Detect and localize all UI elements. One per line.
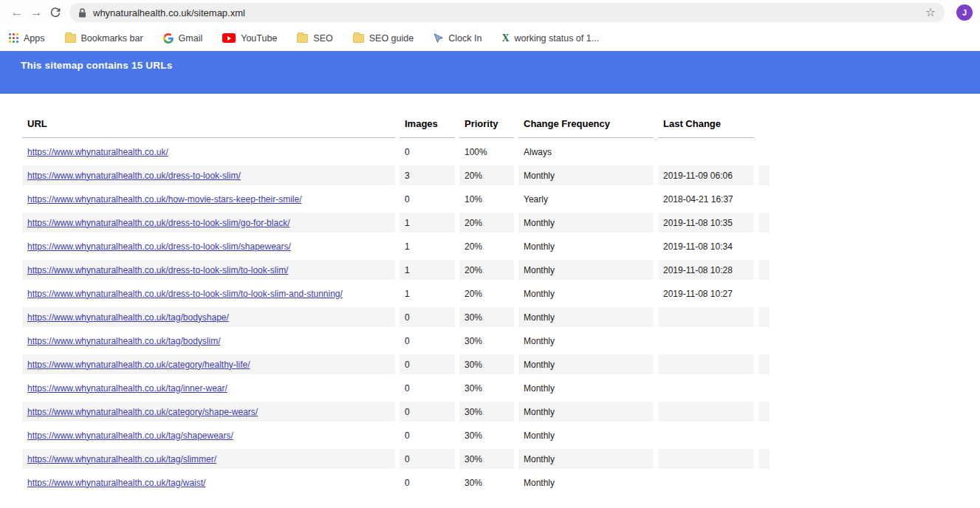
images-cell: 3 <box>400 165 455 185</box>
sitemap-url-link[interactable]: https://www.whynaturalhealth.co.uk/tag/b… <box>27 336 220 346</box>
sitemap-url-link[interactable]: https://www.whynaturalhealth.co.uk/ <box>27 147 168 157</box>
sitemap-url-link[interactable]: https://www.whynaturalhealth.co.uk/categ… <box>27 407 258 417</box>
sitemap-url-link[interactable]: https://www.whynaturalhealth.co.uk/dress… <box>27 289 343 299</box>
sitemap-url-link[interactable]: https://www.whynaturalhealth.co.uk/dress… <box>27 171 241 181</box>
images-cell: 1 <box>400 213 455 233</box>
url-cell: https://www.whynaturalhealth.co.uk/categ… <box>22 354 395 374</box>
last-change-cell <box>658 354 754 374</box>
priority-cell: 20% <box>459 213 514 233</box>
bookmark-working-status[interactable]: X working status of 1... <box>501 32 599 44</box>
table-row: https://www.whynaturalhealth.co.uk/dress… <box>22 260 770 280</box>
images-cell: 0 <box>400 449 455 469</box>
priority-cell: 30% <box>459 378 514 398</box>
images-cell: 0 <box>400 307 455 327</box>
last-change-cell: 2019-11-08 10:35 <box>658 213 754 233</box>
apps-grid-icon <box>9 33 18 43</box>
spacer-cell <box>758 284 770 303</box>
table-row: https://www.whynaturalhealth.co.uk/how-m… <box>22 189 770 209</box>
forward-icon[interactable]: → <box>27 3 46 22</box>
reload-icon[interactable] <box>46 3 65 22</box>
sitemap-url-link[interactable]: https://www.whynaturalhealth.co.uk/tag/s… <box>27 430 233 441</box>
bookmark-youtube[interactable]: YouTube <box>222 33 277 44</box>
sitemap-url-link[interactable]: https://www.whynaturalhealth.co.uk/dress… <box>27 265 288 275</box>
url-cell: https://www.whynaturalhealth.co.uk/dress… <box>22 260 395 280</box>
change-frequency-cell: Monthly <box>518 165 654 185</box>
last-change-cell: 2019-11-08 10:28 <box>658 260 754 280</box>
bookmark-clock-in[interactable]: Clock In <box>434 33 482 44</box>
last-change-cell <box>658 449 754 469</box>
sitemap-url-link[interactable]: https://www.whynaturalhealth.co.uk/dress… <box>27 241 291 252</box>
images-cell: 0 <box>400 402 455 422</box>
bookmark-label: YouTube <box>241 33 277 44</box>
last-change-cell: 2019-11-08 10:27 <box>658 284 754 303</box>
table-row: https://www.whynaturalhealth.co.uk/dress… <box>22 213 770 233</box>
last-change-cell <box>658 307 754 327</box>
back-icon[interactable]: ← <box>7 3 27 22</box>
bookmark-seo-guide[interactable]: SEO guide <box>353 33 414 44</box>
bookmark-apps[interactable]: Apps <box>9 33 45 44</box>
table-row: https://www.whynaturalhealth.co.uk/dress… <box>22 236 770 256</box>
sitemap-banner: This sitemap contains 15 URLs <box>0 51 980 94</box>
last-change-cell: 2019-11-08 10:34 <box>658 236 754 256</box>
url-cell: https://www.whynaturalhealth.co.uk/tag/w… <box>22 473 395 492</box>
change-frequency-cell: Monthly <box>518 213 654 233</box>
bookmark-bookmarks-bar-folder[interactable]: Bookmarks bar <box>65 33 143 44</box>
images-cell: 1 <box>400 284 455 303</box>
last-change-cell: 2019-11-09 06:06 <box>658 165 754 185</box>
url-cell: https://www.whynaturalhealth.co.uk/tag/i… <box>22 378 395 398</box>
table-row: https://www.whynaturalhealth.co.uk/tag/b… <box>22 307 770 327</box>
table-row: https://www.whynaturalhealth.co.uk/tag/i… <box>22 378 770 398</box>
priority-cell: 20% <box>459 165 514 185</box>
avatar[interactable]: J <box>956 4 973 21</box>
bookmark-label: Bookmarks bar <box>81 33 143 44</box>
cursor-icon <box>434 33 443 44</box>
change-frequency-cell: Monthly <box>518 449 654 469</box>
last-change-cell <box>658 473 754 492</box>
url-cell: https://www.whynaturalhealth.co.uk/dress… <box>22 284 395 303</box>
table-row: https://www.whynaturalhealth.co.uk/categ… <box>22 402 770 422</box>
sitemap-url-link[interactable]: https://www.whynaturalhealth.co.uk/tag/s… <box>27 454 216 464</box>
table-row: https://www.whynaturalhealth.co.uk/dress… <box>22 284 770 303</box>
priority-cell: 30% <box>459 307 514 327</box>
table-row: https://www.whynaturalhealth.co.uk/ 0 10… <box>22 142 770 162</box>
header-priority: Priority <box>459 112 514 138</box>
last-change-cell <box>658 425 754 445</box>
sitemap-url-link[interactable]: https://www.whynaturalhealth.co.uk/tag/w… <box>27 478 205 488</box>
bookmark-seo[interactable]: SEO <box>297 33 332 44</box>
priority-cell: 20% <box>459 236 514 256</box>
sitemap-url-link[interactable]: https://www.whynaturalhealth.co.uk/dress… <box>27 218 289 228</box>
spacer-cell <box>758 260 770 280</box>
url-cell: https://www.whynaturalhealth.co.uk/how-m… <box>22 189 395 209</box>
change-frequency-cell: Monthly <box>518 402 654 422</box>
priority-cell: 20% <box>459 284 514 303</box>
sitemap-url-link[interactable]: https://www.whynaturalhealth.co.uk/tag/b… <box>27 312 229 323</box>
priority-cell: 30% <box>459 354 514 374</box>
spacer-cell <box>758 307 770 327</box>
last-change-cell <box>658 142 754 162</box>
sitemap-summary-text: This sitemap contains 15 URLs <box>21 60 172 71</box>
priority-cell: 10% <box>459 189 514 209</box>
youtube-icon <box>222 33 236 43</box>
address-bar[interactable]: whynaturalhealth.co.uk/sitemap.xml ☆ <box>69 3 945 22</box>
sitemap-content: URL Images Priority Change Frequency Las… <box>0 94 980 508</box>
url-cell: https://www.whynaturalhealth.co.uk/dress… <box>22 165 395 185</box>
url-cell: https://www.whynaturalhealth.co.uk/ <box>22 142 395 162</box>
bookmark-star-icon[interactable]: ☆ <box>925 7 936 18</box>
excel-icon: X <box>501 32 509 44</box>
change-frequency-cell: Yearly <box>518 189 654 209</box>
images-cell: 0 <box>400 331 455 351</box>
folder-icon <box>65 34 76 43</box>
sitemap-url-link[interactable]: https://www.whynaturalhealth.co.uk/how-m… <box>27 194 301 205</box>
sitemap-url-link[interactable]: https://www.whynaturalhealth.co.uk/categ… <box>27 360 250 370</box>
table-row: https://www.whynaturalhealth.co.uk/tag/b… <box>22 331 770 351</box>
table-row: https://www.whynaturalhealth.co.uk/categ… <box>22 354 770 374</box>
priority-cell: 30% <box>459 473 514 492</box>
images-cell: 0 <box>400 425 455 445</box>
change-frequency-cell: Monthly <box>518 378 654 398</box>
spacer-cell <box>758 425 770 445</box>
spacer-cell <box>758 378 770 398</box>
last-change-cell <box>658 378 754 398</box>
bookmark-label: Apps <box>24 33 45 44</box>
sitemap-url-link[interactable]: https://www.whynaturalhealth.co.uk/tag/i… <box>27 383 227 394</box>
bookmark-gmail[interactable]: Gmail <box>163 33 203 44</box>
